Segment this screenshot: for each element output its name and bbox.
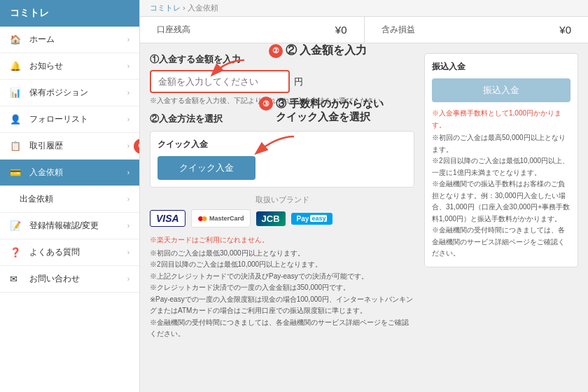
- sidebar: コミトレ 🏠 ホーム › 🔔 お知らせ › 📊 保有ポジション › 👤 フォロー…: [0, 0, 140, 392]
- annotation2-text: ② 入金額を入力: [286, 43, 367, 58]
- quick-pay-button[interactable]: クイック入金: [158, 156, 255, 180]
- sidebar-item-contact[interactable]: ✉ お問い合わせ ›: [0, 266, 139, 293]
- sidebar-label-news: お知らせ: [29, 60, 127, 72]
- visa-logo: VISA: [150, 210, 186, 227]
- transfer-box: 振込入金 振込入金 ※入金事務手数料として1,000円かかります。 ※初回のご入…: [424, 53, 578, 267]
- equity-section: 含み損益 ¥0: [365, 17, 589, 43]
- brand-section: 取扱いブランド VISA ●● MasterCard JCB Payeasy: [150, 195, 414, 227]
- history-icon: 📋: [10, 141, 24, 151]
- transfer-button[interactable]: 振込入金: [432, 78, 570, 102]
- sidebar-item-withdraw[interactable]: 出金依頼 ›: [0, 186, 139, 213]
- sidebar-label-positions: 保有ポジション: [29, 87, 127, 99]
- note-rakuten: ※楽天カードはご利用になれません。: [150, 234, 414, 246]
- brand-title: 取扱いブランド: [150, 195, 414, 205]
- sidebar-label-faq: よくある質問: [29, 246, 127, 258]
- annotation2: ② ② 入金額を入力: [269, 43, 367, 58]
- mastercard-logo: ●● MasterCard: [191, 209, 251, 227]
- chevron-right-icon: ›: [127, 36, 130, 43]
- amount-input-row: 円 ② ② 入金額を入力: [150, 70, 414, 93]
- main-content: コミトレ › 入金依頼 口座残高 ¥0 含み損益 ¥0 ①入金する金額を入力 円: [140, 0, 588, 392]
- step1-indicator: ①: [134, 139, 139, 154]
- annotation3-line2: クイック入金を選択: [276, 111, 370, 122]
- chevron-right-icon-withdraw: ›: [127, 195, 130, 203]
- equity-value: ¥0: [559, 24, 571, 36]
- sidebar-label-followers: フォローリスト: [29, 113, 127, 125]
- sidebar-label-deposit: 入金依頼: [29, 167, 127, 178]
- transfer-note-fee-example: ※金融機関での振込手数料はお客様のご負担となります。例：30,000円入金したい…: [432, 178, 570, 225]
- payment-method-box: クイック入金 クイック入金 ③ ③ 手数料のかからない クイック入金を選択: [150, 131, 414, 188]
- deposit-notes: ※楽天カードはご利用になれません。 ※初回のご入金は最低30,000円以上となり…: [150, 234, 414, 340]
- breadcrumb-current: 入金依頼: [188, 4, 218, 12]
- sidebar-item-home[interactable]: 🏠 ホーム ›: [0, 27, 139, 53]
- sidebar-item-followers[interactable]: 👤 フォローリスト ›: [0, 106, 139, 133]
- balance-bar: 口座残高 ¥0 含み損益 ¥0: [140, 17, 588, 43]
- chevron-right-icon-positions: ›: [127, 89, 130, 97]
- home-icon: 🏠: [10, 34, 24, 45]
- chevron-right-icon-history: ›: [127, 142, 130, 150]
- note-hours: ※金融機関の受付時間につきましては、各金融機関のサービス詳細ページをご確認くださ…: [150, 317, 414, 340]
- sidebar-label-home: ホーム: [29, 34, 127, 46]
- annotation3-circle: ③: [259, 97, 273, 111]
- equity-label: 含み損益: [382, 24, 415, 36]
- left-column: ①入金する金額を入力 円 ② ② 入金額を入力: [150, 53, 414, 382]
- chevron-right-icon-news: ›: [127, 62, 130, 70]
- note-credit-limit: ※クレジットカード決済での一度の入金金額は350,000円です。: [150, 282, 414, 294]
- sidebar-item-news[interactable]: 🔔 お知らせ ›: [0, 53, 139, 80]
- chart-icon: 📊: [10, 88, 24, 98]
- brand-logos: VISA ●● MasterCard JCB Payeasy: [150, 209, 414, 227]
- faq-icon: ❓: [10, 247, 24, 258]
- sidebar-label-withdraw: 出金依頼: [20, 193, 127, 205]
- chevron-right-icon-deposit: ›: [127, 169, 130, 176]
- transfer-label: 振込入金: [432, 61, 570, 73]
- chevron-right-icon-contact: ›: [127, 275, 130, 283]
- deposit-icon: 💳: [10, 167, 24, 178]
- user-icon: 👤: [10, 114, 24, 125]
- sidebar-label-profile: 登録情報確認/変更: [29, 220, 127, 232]
- transfer-notes: ※入金事務手数料として1,000円かかります。 ※初回のご入金は最高50,000…: [432, 108, 570, 260]
- sidebar-label-contact: お問い合わせ: [29, 273, 127, 285]
- sidebar-label-history: 取引履歴: [29, 140, 127, 152]
- note-first: ※初回のご入金は最低30,000円以上となります。: [150, 248, 414, 260]
- transfer-note-second: ※2回目以降のご入金は最低10,000円以上、一度に1億円未満までとなります。: [432, 155, 570, 178]
- sidebar-nav: 🏠 ホーム › 🔔 お知らせ › 📊 保有ポジション › 👤 フォローリスト ›…: [0, 27, 139, 392]
- bell-icon: 🔔: [10, 61, 24, 71]
- step2-section: ②入金方法を選択 クイック入金 クイック入金 ③ ③ 手数料のかからない クイッ…: [150, 113, 414, 340]
- sidebar-item-faq[interactable]: ❓ よくある質問 ›: [0, 239, 139, 266]
- balance-value: ¥0: [335, 24, 347, 36]
- annotation2-circle: ②: [269, 44, 283, 58]
- balance-label: 口座残高: [157, 24, 190, 36]
- note-payeasy-limit: ※Pay-easyでの一度の入金限度額は現金の場合100,000円、インターネッ…: [150, 294, 414, 317]
- yen-label: 円: [294, 76, 303, 88]
- balance-section: 口座残高 ¥0: [140, 17, 365, 43]
- annotation3: ③ ③ 手数料のかからない クイック入金を選択: [259, 97, 384, 124]
- sidebar-brand: コミトレ: [0, 0, 139, 27]
- transfer-note-fee: ※入金事務手数料として1,000円かかります。: [432, 108, 570, 131]
- annotation3-arrow: [248, 133, 298, 160]
- breadcrumb-parent[interactable]: コミトレ: [150, 4, 181, 12]
- right-column: 振込入金 振込入金 ※入金事務手数料として1,000円かかります。 ※初回のご入…: [424, 53, 578, 382]
- breadcrumb: コミトレ › 入金依頼: [140, 0, 588, 17]
- payeasy-logo: Payeasy: [291, 213, 333, 225]
- chevron-right-icon-faq: ›: [127, 248, 130, 256]
- sidebar-item-profile[interactable]: 📝 登録情報確認/変更 ›: [0, 213, 139, 239]
- sidebar-item-positions[interactable]: 📊 保有ポジション ›: [0, 80, 139, 106]
- transfer-note-first: ※初回のご入金は最高50,000円以上となります。: [432, 132, 570, 155]
- annotation2-arrow: [206, 57, 248, 80]
- sidebar-item-deposit[interactable]: 💳 入金依頼 ›: [0, 160, 139, 186]
- chevron-right-icon-profile: ›: [127, 222, 130, 230]
- body-area: ①入金する金額を入力 円 ② ② 入金額を入力: [140, 43, 588, 392]
- breadcrumb-separator: ›: [183, 4, 188, 12]
- sidebar-item-history[interactable]: 📋 取引履歴 › ①: [0, 133, 139, 160]
- note-card: ※上記クレジットカードでの決済及びPay-easyでの決済が可能です。: [150, 271, 414, 283]
- note-second: ※2回目以降のご入金は最低10,000円以上となります。: [150, 259, 414, 271]
- mail-icon: ✉: [10, 274, 24, 284]
- annotation3-line1: ③ 手数料のかからない: [276, 97, 384, 111]
- jcb-logo: JCB: [256, 211, 286, 226]
- transfer-note-hours: ※金融機関の受付時間につきましては、各金融機関のサービス詳細ページをご確認くださ…: [432, 225, 570, 260]
- chevron-right-icon-followers: ›: [127, 115, 130, 123]
- profile-icon: 📝: [10, 220, 24, 231]
